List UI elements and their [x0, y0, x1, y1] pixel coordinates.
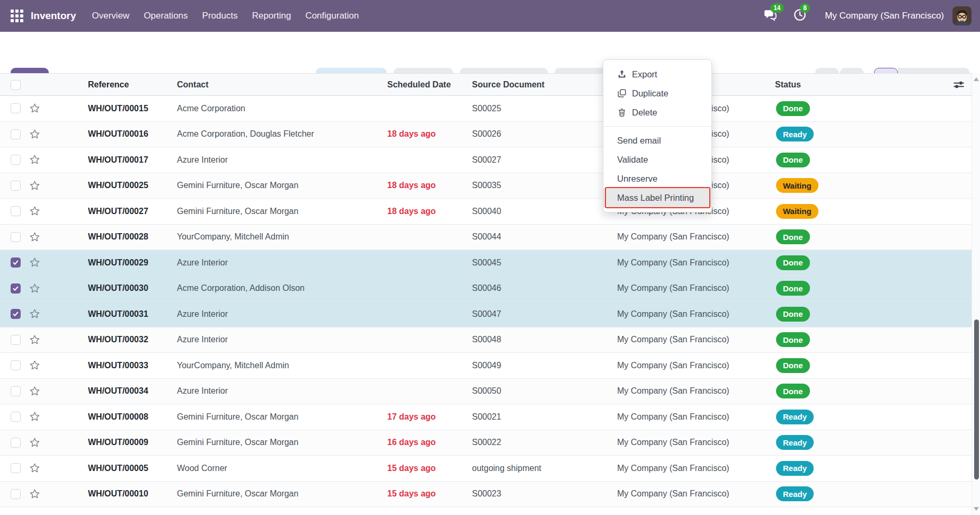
cell-contact: Azure Interior [177, 250, 381, 276]
table-row[interactable]: WH/OUT/00033YourCompany, Mitchell AdminS… [0, 353, 972, 379]
menu-item-send-email[interactable]: Send email [603, 131, 711, 150]
table-row[interactable]: WH/OUT/00016Acme Corporation, Douglas Fl… [0, 122, 972, 148]
header-source-document[interactable]: Source Document [472, 74, 610, 96]
row-checkbox[interactable] [11, 147, 21, 173]
status-badge: Ready [776, 410, 814, 424]
cell-status: Done [776, 353, 845, 378]
table-row[interactable]: WH/OUT/00009Gemini Furniture, Oscar Morg… [0, 430, 972, 456]
favorite-star-icon[interactable] [29, 327, 43, 353]
header-reference[interactable]: Reference [88, 74, 173, 96]
favorite-star-icon[interactable] [29, 353, 43, 378]
optional-columns-icon[interactable] [952, 78, 965, 91]
cell-status: Done [776, 225, 845, 250]
row-checkbox[interactable] [11, 430, 21, 456]
table-row[interactable]: WH/OUT/00025Gemini Furniture, Oscar Morg… [0, 173, 972, 199]
table-row[interactable]: WH/OUT/00028YourCompany, Mitchell AdminS… [0, 225, 972, 251]
apps-grid-icon[interactable] [11, 10, 23, 22]
favorite-star-icon[interactable] [29, 379, 43, 404]
menu-item-export[interactable]: Export [603, 65, 711, 84]
cell-contact: YourCompany, Mitchell Admin [177, 225, 381, 250]
menu-item-unreserve[interactable]: Unreserve [603, 169, 711, 188]
favorite-star-icon[interactable] [29, 225, 43, 250]
menu-item-label: Delete [632, 108, 657, 118]
activities-button[interactable]: 8 [793, 8, 807, 24]
row-checkbox[interactable] [11, 96, 21, 121]
messages-button[interactable]: 14 [763, 8, 777, 24]
row-checkbox[interactable] [11, 456, 21, 481]
table-row[interactable]: WH/OUT/00032Azure InteriorS00048My Compa… [0, 327, 972, 353]
favorite-star-icon[interactable] [29, 482, 43, 507]
table-row[interactable]: WH/OUT/00010Gemini Furniture, Oscar Morg… [0, 482, 972, 508]
favorite-star-icon[interactable] [29, 250, 43, 276]
row-checkbox[interactable] [11, 276, 21, 301]
menu-item-delete[interactable]: Delete [603, 103, 711, 122]
nav-menu-reporting[interactable]: Reporting [252, 11, 291, 21]
favorite-star-icon[interactable] [29, 276, 43, 301]
row-checkbox[interactable] [11, 404, 21, 430]
row-checkbox[interactable] [11, 353, 21, 378]
cell-contact: Gemini Furniture, Oscar Morgan [177, 404, 381, 430]
menu-item-validate[interactable]: Validate [603, 150, 711, 169]
nav-menu-products[interactable]: Products [202, 11, 238, 21]
table-row[interactable]: WH/OUT/00030Acme Corporation, Addison Ol… [0, 276, 972, 302]
cell-contact: Gemini Furniture, Oscar Morgan [177, 482, 381, 507]
scroll-up-arrow[interactable] [974, 77, 979, 81]
table-row[interactable]: WH/OUT/00027Gemini Furniture, Oscar Morg… [0, 199, 972, 225]
favorite-star-icon[interactable] [29, 199, 43, 224]
nav-menu-operations[interactable]: Operations [144, 11, 188, 21]
row-checkbox[interactable] [11, 379, 21, 404]
app-name[interactable]: Inventory [31, 10, 76, 22]
cell-company: My Company (San Francisco) [617, 353, 765, 378]
cell-reference: WH/OUT/00027 [88, 199, 173, 224]
cell-scheduled-date: 18 days ago [387, 122, 459, 147]
favorite-star-icon[interactable] [29, 173, 43, 199]
row-checkbox[interactable] [11, 199, 21, 224]
table-row[interactable]: WH/OUT/00017Azure InteriorS00027My Compa… [0, 147, 972, 173]
messages-count-badge: 14 [770, 3, 783, 13]
vertical-scrollbar[interactable] [972, 73, 980, 515]
nav-menu-configuration[interactable]: Configuration [305, 11, 359, 21]
row-checkbox[interactable] [11, 482, 21, 507]
cell-status: Ready [776, 404, 845, 430]
row-checkbox[interactable] [11, 250, 21, 276]
header-status[interactable]: Status [775, 74, 801, 96]
cell-reference: WH/OUT/00028 [88, 225, 173, 250]
row-checkbox[interactable] [11, 327, 21, 353]
favorite-star-icon[interactable] [29, 301, 43, 327]
company-switcher[interactable]: My Company (San Francisco) [825, 11, 944, 21]
favorite-star-icon[interactable] [29, 404, 43, 430]
row-checkbox[interactable] [11, 173, 21, 199]
header-contact[interactable]: Contact [177, 74, 381, 96]
table-row[interactable]: WH/OUT/00031Azure InteriorS00047My Compa… [0, 301, 972, 327]
favorite-star-icon[interactable] [29, 122, 43, 147]
menu-item-duplicate[interactable]: Duplicate [603, 84, 711, 103]
cell-company: My Company (San Francisco) [617, 250, 765, 276]
scroll-down-arrow[interactable] [974, 507, 979, 511]
select-all-checkbox[interactable] [11, 74, 21, 96]
cell-company: My Company (San Francisco) [617, 482, 765, 507]
cell-contact: Acme Corporation [177, 96, 381, 121]
table-row[interactable]: WH/OUT/00008Gemini Furniture, Oscar Morg… [0, 404, 972, 430]
favorite-star-icon[interactable] [29, 96, 43, 121]
header-scheduled-date[interactable]: Scheduled Date [387, 74, 459, 96]
cell-status: Done [776, 147, 845, 173]
table-row[interactable]: WH/OUT/00034Azure InteriorS00050My Compa… [0, 379, 972, 405]
favorite-star-icon[interactable] [29, 147, 43, 173]
cell-contact: Gemini Furniture, Oscar Morgan [177, 173, 381, 199]
user-avatar[interactable] [952, 6, 972, 25]
cell-contact: Azure Interior [177, 379, 381, 404]
row-checkbox[interactable] [11, 225, 21, 250]
nav-menu-overview[interactable]: Overview [92, 11, 130, 21]
row-checkbox[interactable] [11, 122, 21, 147]
table-row[interactable]: WH/OUT/00015Acme CorporationS00025My Com… [0, 96, 972, 122]
scrollbar-thumb[interactable] [974, 319, 979, 480]
table-row[interactable]: WH/OUT/00005Wood Corner15 days agooutgoi… [0, 456, 972, 482]
favorite-star-icon[interactable] [29, 430, 43, 456]
status-badge: Waiting [776, 178, 818, 193]
menu-item-mass-label-printing[interactable]: Mass Label Printing [603, 188, 711, 207]
cell-scheduled-date: 16 days ago [387, 430, 459, 456]
row-checkbox[interactable] [11, 301, 21, 327]
cell-status: Waiting [776, 173, 845, 199]
table-row[interactable]: WH/OUT/00029Azure InteriorS00045My Compa… [0, 250, 972, 276]
favorite-star-icon[interactable] [29, 456, 43, 481]
